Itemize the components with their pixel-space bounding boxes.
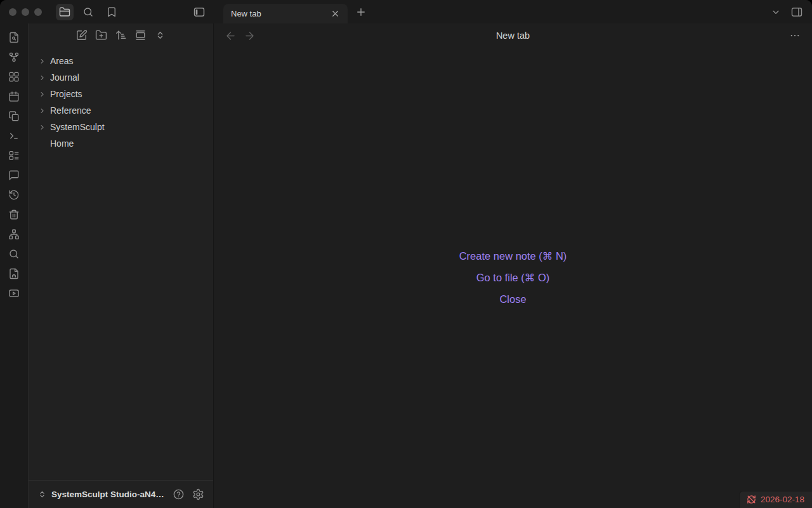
folder-icon [59, 6, 70, 18]
sort-ascending-icon [115, 29, 127, 41]
left-pane: Areas Journal Projects Reference [0, 0, 213, 508]
tab-list-button[interactable] [771, 7, 781, 17]
trash-icon[interactable] [8, 209, 20, 220]
titlebar-toolbar [56, 4, 121, 20]
titlebar-left [0, 0, 213, 23]
file-audio-icon[interactable] [8, 268, 20, 279]
create-new-note-link[interactable]: Create new note (⌘ N) [459, 250, 567, 262]
tree-item-label: Projects [50, 89, 82, 99]
chevron-right-icon[interactable] [39, 58, 50, 65]
vault-chevrons-icon[interactable] [38, 490, 46, 498]
status-date: 2026-02-18 [761, 495, 804, 504]
chevrons-up-down-icon [155, 30, 165, 40]
collapse-all-button[interactable] [154, 29, 166, 41]
arrow-left-icon [225, 30, 237, 42]
forward-button[interactable] [243, 29, 256, 42]
new-note-button[interactable] [75, 29, 88, 41]
tab-new-tab[interactable]: New tab [223, 4, 348, 23]
history-icon[interactable] [8, 189, 20, 201]
chevron-right-icon[interactable] [39, 91, 50, 98]
tree-folder-journal[interactable]: Journal [29, 69, 213, 86]
nav-arrows [224, 29, 256, 42]
close-link[interactable]: Close [499, 293, 526, 305]
message-square-icon[interactable] [8, 170, 20, 181]
layout-list-icon[interactable] [8, 150, 20, 161]
statusbar-sync-item[interactable]: 2026-02-18 [739, 491, 812, 508]
tree-item-label: Journal [50, 72, 79, 83]
sort-order-button[interactable] [115, 29, 127, 41]
gallery-vertical-icon [134, 29, 147, 41]
editor-area: New tab Create new note (⌘ N) Go to file… [213, 23, 812, 508]
tab-label: New tab [231, 9, 329, 18]
settings-button[interactable] [192, 488, 204, 500]
panel-right-icon [790, 6, 803, 18]
empty-state: Create new note (⌘ N) Go to file (⌘ O) C… [214, 48, 812, 508]
tree-file-home[interactable]: Home [29, 135, 213, 152]
chevron-right-icon[interactable] [39, 74, 50, 81]
vault-actions [173, 488, 204, 500]
window-minimize-button[interactable] [22, 8, 29, 16]
file-search-icon[interactable] [8, 32, 20, 43]
tree-item-label: Reference [50, 105, 91, 116]
bookmark-icon [106, 6, 117, 18]
video-icon[interactable] [8, 288, 20, 299]
window-zoom-button[interactable] [34, 8, 42, 16]
git-fork-icon[interactable] [8, 51, 20, 63]
ribbon [0, 23, 28, 508]
file-tree: Areas Journal Projects Reference [29, 46, 213, 480]
copy-icon[interactable] [8, 110, 20, 122]
auto-reveal-button[interactable] [134, 29, 147, 41]
left-body: Areas Journal Projects Reference [0, 23, 213, 508]
tab-close-button[interactable] [329, 8, 341, 20]
terminal-icon[interactable] [8, 130, 20, 142]
sync-off-icon [747, 495, 756, 504]
back-button[interactable] [224, 29, 237, 42]
tree-item-label: Home [50, 138, 74, 149]
search-icon [82, 6, 94, 18]
vault-name[interactable]: SystemSculpt Studio-aN4… [51, 490, 167, 499]
more-horizontal-icon [789, 30, 801, 41]
chevron-spacer [39, 140, 50, 147]
file-explorer-toolbar [29, 23, 213, 46]
help-button[interactable] [173, 488, 185, 500]
chevron-down-icon [771, 7, 781, 17]
chevron-right-icon[interactable] [39, 124, 50, 131]
tree-folder-projects[interactable]: Projects [29, 86, 213, 102]
view-title: New tab [496, 30, 530, 41]
plus-icon [355, 6, 367, 18]
window-close-button[interactable] [9, 8, 16, 16]
tree-item-label: Areas [50, 56, 74, 66]
obsidian-window: Areas Journal Projects Reference [0, 0, 812, 508]
new-tab-button[interactable] [353, 4, 369, 20]
arrow-right-icon [244, 30, 256, 42]
view-header: New tab [214, 23, 812, 48]
layout-grid-icon[interactable] [8, 71, 20, 83]
new-folder-icon [95, 29, 107, 41]
panel-left-icon [193, 6, 206, 18]
tab-bar-right-controls [771, 6, 812, 18]
collapse-left-sidebar-button[interactable] [193, 6, 206, 18]
network-icon[interactable] [8, 229, 20, 240]
new-note-icon [75, 29, 88, 41]
new-folder-button[interactable] [95, 29, 107, 41]
traffic-lights [0, 8, 42, 16]
bookmarks-tab-button[interactable] [103, 4, 121, 20]
files-tab-button[interactable] [56, 4, 74, 20]
tab-bar: New tab [213, 0, 812, 23]
go-to-file-link[interactable]: Go to file (⌘ O) [476, 272, 550, 284]
tree-item-label: SystemSculpt [50, 122, 105, 132]
close-icon [331, 9, 340, 18]
more-options-button[interactable] [788, 29, 802, 43]
search-icon[interactable] [8, 248, 20, 260]
tree-folder-systemsculpt[interactable]: SystemSculpt [29, 119, 213, 135]
help-circle-icon [173, 488, 185, 500]
vault-switcher-row: SystemSculpt Studio-aN4… [29, 480, 213, 508]
tree-folder-areas[interactable]: Areas [29, 53, 213, 69]
chevron-right-icon[interactable] [39, 107, 50, 114]
calendar-icon[interactable] [8, 91, 20, 102]
expand-right-sidebar-button[interactable] [790, 6, 803, 18]
gear-icon [192, 488, 204, 500]
right-pane: New tab [213, 0, 812, 508]
search-tab-button[interactable] [79, 4, 97, 20]
tree-folder-reference[interactable]: Reference [29, 102, 213, 119]
